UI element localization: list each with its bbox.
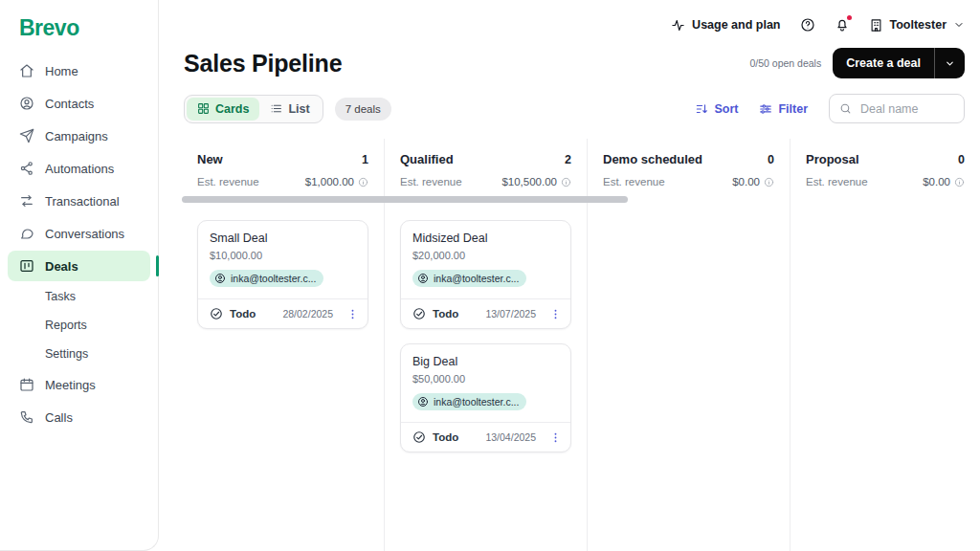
due-date: 13/07/2025 bbox=[485, 308, 536, 320]
info-icon[interactable] bbox=[954, 177, 965, 187]
help-icon[interactable] bbox=[800, 17, 815, 33]
est-revenue-label: Est. revenue bbox=[806, 176, 868, 187]
column-count: 0 bbox=[958, 153, 965, 166]
due-date: 28/02/2025 bbox=[282, 308, 333, 320]
app-window: Brevo Home Contacts Campaigns bbox=[0, 0, 980, 551]
column-name: Proposal bbox=[806, 152, 859, 166]
task-status[interactable]: Todo bbox=[412, 430, 458, 444]
create-deal-label[interactable]: Create a deal bbox=[833, 48, 934, 78]
sort-label: Sort bbox=[714, 102, 738, 116]
card-menu-kebab-icon[interactable] bbox=[346, 308, 359, 320]
deal-amount: $50,000.00 bbox=[412, 373, 559, 385]
deals-count-badge: 7 deals bbox=[335, 98, 391, 121]
page-header-actions: 0/50 open deals Create a deal bbox=[749, 48, 965, 78]
sort-button[interactable]: Sort bbox=[695, 102, 738, 116]
kanban-board: New 1 Est. revenue $1,000.00 Sm bbox=[182, 139, 980, 551]
sidebar: Brevo Home Contacts Campaigns bbox=[0, 0, 159, 551]
sidebar-item-campaigns[interactable]: Campaigns bbox=[8, 121, 150, 151]
sidebar-nav: Home Contacts Campaigns Automations bbox=[0, 55, 158, 433]
board-toolbar: Cards List 7 deals Sort bbox=[159, 94, 980, 139]
horizontal-scrollbar[interactable] bbox=[182, 196, 628, 203]
est-revenue-value: $1,000.00 bbox=[305, 176, 354, 187]
sidebar-item-label: Home bbox=[45, 64, 78, 78]
list-icon bbox=[270, 102, 282, 115]
page-header: Sales Pipeline 0/50 open deals Create a … bbox=[159, 36, 980, 94]
sidebar-item-meetings[interactable]: Meetings bbox=[8, 369, 150, 400]
sidebar-item-label: Automations bbox=[45, 162, 114, 176]
avatar-icon bbox=[417, 396, 429, 408]
check-circle-icon bbox=[412, 307, 426, 320]
sidebar-item-deals[interactable]: Deals bbox=[8, 251, 150, 281]
info-icon[interactable] bbox=[561, 177, 571, 187]
phone-icon bbox=[19, 409, 34, 425]
filter-button[interactable]: Filter bbox=[759, 102, 808, 116]
deal-card[interactable]: Midsized Deal $20,000.00 inka@tooltester… bbox=[400, 220, 571, 329]
info-icon[interactable] bbox=[764, 177, 774, 187]
task-status[interactable]: Todo bbox=[412, 307, 458, 320]
usage-and-plan-link[interactable]: Usage and plan bbox=[671, 18, 780, 33]
contacts-icon bbox=[19, 96, 34, 111]
sidebar-item-settings[interactable]: Settings bbox=[8, 341, 150, 367]
sidebar-item-automations[interactable]: Automations bbox=[8, 153, 150, 184]
column-name: New bbox=[197, 152, 223, 166]
contact-email: inka@tooltester.c... bbox=[231, 273, 316, 284]
card-menu-kebab-icon[interactable] bbox=[549, 308, 562, 320]
notifications-bell-icon[interactable] bbox=[835, 17, 850, 33]
filter-label: Filter bbox=[778, 102, 808, 116]
column-name: Qualified bbox=[400, 152, 454, 166]
deals-board-icon bbox=[19, 258, 34, 274]
calendar-icon bbox=[19, 377, 34, 392]
est-revenue-label: Est. revenue bbox=[400, 176, 462, 187]
chevron-down-icon bbox=[953, 19, 965, 31]
contact-chip[interactable]: inka@tooltester.c... bbox=[210, 270, 323, 287]
contact-chip[interactable]: inka@tooltester.c... bbox=[412, 270, 526, 287]
info-icon[interactable] bbox=[358, 177, 368, 187]
contact-email: inka@tooltester.c... bbox=[434, 273, 519, 284]
create-deal-dropdown[interactable] bbox=[935, 48, 965, 78]
open-deals-counter: 0/50 open deals bbox=[749, 57, 821, 69]
sidebar-item-contacts[interactable]: Contacts bbox=[8, 88, 150, 119]
notification-dot bbox=[847, 15, 852, 20]
sidebar-item-label: Conversations bbox=[45, 227, 124, 241]
sidebar-item-label: Reports bbox=[45, 319, 87, 332]
deal-title: Big Deal bbox=[412, 355, 559, 368]
sidebar-item-label: Deals bbox=[45, 259, 78, 274]
sidebar-item-tasks[interactable]: Tasks bbox=[8, 283, 150, 310]
sort-icon bbox=[695, 102, 708, 116]
task-status[interactable]: Todo bbox=[210, 307, 256, 320]
deal-search-input[interactable] bbox=[858, 101, 954, 117]
sidebar-item-label: Campaigns bbox=[45, 129, 108, 143]
contact-chip[interactable]: inka@tooltester.c... bbox=[412, 393, 526, 410]
grid-icon bbox=[197, 102, 210, 115]
send-icon bbox=[19, 128, 34, 143]
deal-card[interactable]: Big Deal $50,000.00 inka@tooltester.c... bbox=[400, 343, 571, 452]
page-title: Sales Pipeline bbox=[184, 50, 342, 77]
est-revenue-value: $0.00 bbox=[923, 176, 950, 187]
brevo-logo[interactable]: Brevo bbox=[0, 11, 158, 55]
task-status-label: Todo bbox=[433, 308, 458, 320]
sidebar-item-conversations[interactable]: Conversations bbox=[8, 218, 150, 249]
deal-amount: $20,000.00 bbox=[412, 250, 559, 261]
deal-card[interactable]: Small Deal $10,000.00 inka@tooltester.c.… bbox=[197, 220, 368, 329]
view-list-toggle[interactable]: List bbox=[259, 98, 320, 121]
avatar-icon bbox=[214, 273, 226, 284]
est-revenue-value: $0.00 bbox=[732, 176, 760, 187]
sidebar-item-transactional[interactable]: Transactional bbox=[8, 186, 150, 216]
contact-email: inka@tooltester.c... bbox=[434, 396, 519, 408]
view-list-label: List bbox=[288, 102, 309, 116]
toolbar-right: Sort Filter bbox=[695, 94, 965, 123]
view-cards-toggle[interactable]: Cards bbox=[187, 98, 259, 121]
check-circle-icon bbox=[210, 307, 223, 320]
sidebar-item-reports[interactable]: Reports bbox=[8, 312, 150, 339]
active-indicator bbox=[156, 255, 159, 276]
sidebar-item-label: Contacts bbox=[45, 97, 94, 111]
create-deal-button[interactable]: Create a deal bbox=[833, 48, 965, 78]
task-status-label: Todo bbox=[230, 308, 256, 320]
deal-search[interactable] bbox=[829, 94, 965, 123]
task-status-label: Todo bbox=[433, 431, 458, 443]
card-menu-kebab-icon[interactable] bbox=[549, 431, 562, 444]
sidebar-item-home[interactable]: Home bbox=[8, 55, 150, 86]
account-menu[interactable]: Tooltester bbox=[869, 18, 966, 33]
est-revenue-label: Est. revenue bbox=[197, 176, 259, 187]
sidebar-item-calls[interactable]: Calls bbox=[8, 402, 150, 432]
